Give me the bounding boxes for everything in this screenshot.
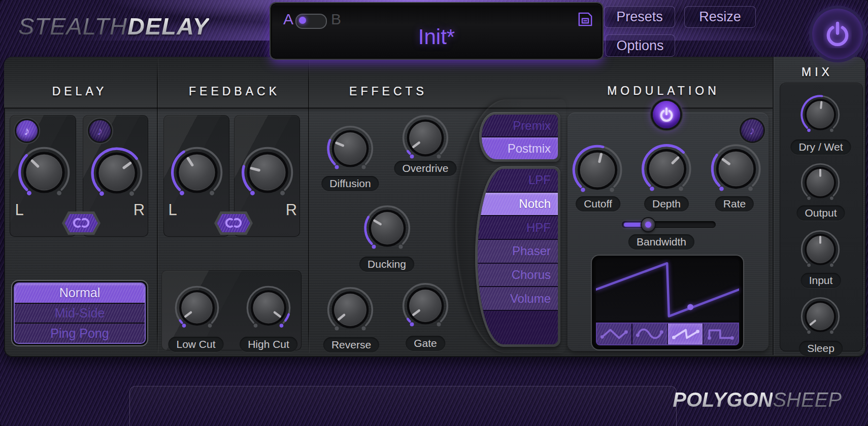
high-cut-knob[interactable]: [243, 282, 294, 333]
preset-slot-b-label[interactable]: B: [331, 11, 341, 28]
dry-wet-label: Dry / Wet: [790, 139, 851, 155]
feedback-section-title: FEEDBACK: [189, 85, 280, 98]
preset-slot-a-label[interactable]: A: [283, 11, 293, 28]
input-knob[interactable]: [798, 227, 843, 272]
sleep-knob[interactable]: [798, 294, 843, 339]
floppy-disk-icon: [577, 11, 594, 28]
effects-section-title: EFFECTS: [349, 85, 427, 98]
eighth-note-icon: ♪: [24, 124, 30, 138]
footer-panel: [129, 386, 677, 426]
dry-wet-knob[interactable]: [798, 92, 843, 137]
link-icon: [64, 214, 97, 233]
ducking-knob[interactable]: [361, 202, 414, 255]
lfo-shape-selector: [596, 323, 739, 345]
cutoff-knob[interactable]: [569, 141, 626, 198]
lfo-shape-triangle[interactable]: [597, 324, 631, 344]
reverse-label: Reverse: [323, 337, 379, 352]
ab-compare-toggle[interactable]: [295, 14, 327, 29]
lfo-shape-sawtooth[interactable]: [668, 324, 703, 344]
delay-left-knob[interactable]: [15, 143, 74, 202]
power-icon: [658, 106, 675, 123]
options-button[interactable]: Options: [605, 34, 675, 57]
section-header-strip: [4, 57, 773, 109]
delay-right-channel-label: R: [133, 201, 145, 219]
feedback-left-knob[interactable]: [168, 143, 226, 202]
sleep-label: Sleep: [799, 341, 843, 356]
output-label: Output: [796, 205, 845, 221]
triangle-wave-icon: [599, 325, 629, 343]
rate-label: Rate: [715, 196, 754, 211]
filter-type-selector: LPF Notch HPF Phaser Chorus Volume: [475, 166, 560, 347]
mix-stage-premix[interactable]: Premix: [482, 115, 558, 136]
preset-display: A B Init*: [271, 3, 603, 59]
cutoff-label: Cutoff: [576, 196, 620, 211]
lfo-waveform-display: [596, 260, 739, 321]
preset-name[interactable]: Init*: [418, 25, 455, 49]
resize-button[interactable]: Resize: [684, 6, 756, 28]
filter-type-hpf[interactable]: HPF: [478, 216, 558, 239]
output-knob[interactable]: [798, 160, 843, 205]
high-cut-label: High Cut: [240, 337, 297, 352]
main-power-button[interactable]: [812, 9, 863, 59]
delay-left-channel-label: L: [15, 201, 23, 219]
diffusion-knob[interactable]: [324, 122, 377, 175]
mix-stage-postmix[interactable]: Postmix: [482, 137, 558, 159]
sine-wave-icon: [635, 325, 664, 343]
bandwidth-slider[interactable]: [622, 221, 716, 228]
brand-sheep: SHEEP: [773, 388, 842, 411]
gate-knob[interactable]: [399, 279, 452, 332]
filter-type-chorus[interactable]: Chorus: [478, 264, 558, 287]
square-wave-icon: [706, 325, 736, 343]
delay-mode-ping-pong[interactable]: Ping Pong: [15, 324, 145, 343]
feedback-link-button[interactable]: [214, 211, 253, 235]
delay-mode-list-inner: Normal Mid-Side Ping Pong: [14, 282, 146, 344]
input-label: Input: [801, 273, 841, 288]
delay-left-sync-button[interactable]: ♪: [16, 120, 38, 141]
lfo-shape-sine[interactable]: [632, 324, 667, 344]
feedback-right-channel-label: R: [286, 201, 297, 219]
delay-mode-mid-side[interactable]: Mid-Side: [15, 304, 145, 323]
depth-label: Depth: [644, 196, 689, 211]
bandwidth-label: Bandwidth: [628, 234, 694, 250]
depth-knob[interactable]: [638, 140, 695, 197]
diffusion-label: Diffusion: [321, 176, 379, 191]
sawtooth-wave-icon: [671, 325, 700, 343]
plugin-window: STEALTHDELAY A B Init* Presets Resize Op…: [0, 0, 868, 426]
rate-knob[interactable]: [708, 140, 764, 197]
reverse-knob[interactable]: [324, 283, 377, 336]
modulation-power-button[interactable]: [653, 101, 680, 128]
delay-right-knob[interactable]: [87, 144, 146, 202]
delay-section-title: DELAY: [52, 85, 108, 98]
link-icon: [217, 214, 250, 233]
save-preset-button[interactable]: [577, 11, 594, 28]
modulation-sync-button[interactable]: ♪: [741, 119, 763, 141]
ab-toggle-dot: [299, 17, 306, 24]
modulation-section-title: MODULATION: [607, 84, 720, 98]
divider-delay-feedback: [157, 59, 158, 353]
feedback-right-knob[interactable]: [238, 143, 297, 202]
ducking-label: Ducking: [359, 257, 414, 272]
logo-delay: DELAY: [127, 13, 209, 40]
mix-stage-list: Premix Postmix: [482, 115, 558, 159]
mix-section-title: MIX: [802, 65, 833, 79]
low-cut-knob[interactable]: [172, 282, 222, 333]
presets-button[interactable]: Presets: [604, 6, 675, 28]
lfo-shape-square[interactable]: [704, 324, 738, 344]
filter-type-notch[interactable]: Notch: [478, 193, 558, 216]
divider-feedback-effects: [308, 59, 309, 353]
gate-label: Gate: [406, 336, 445, 351]
overdrive-knob[interactable]: [399, 112, 452, 164]
eighth-note-icon: ♪: [749, 124, 755, 137]
delay-mode-normal[interactable]: Normal: [15, 283, 145, 303]
lfo-display-box: [593, 257, 742, 348]
delay-link-button[interactable]: [62, 211, 101, 235]
filter-type-volume[interactable]: Volume: [478, 287, 558, 310]
delay-right-sync-button[interactable]: ♪: [89, 120, 111, 141]
logo-stealth: STEALTH: [18, 13, 127, 40]
feedback-left-channel-label: L: [168, 201, 177, 219]
filter-type-phaser[interactable]: Phaser: [478, 240, 558, 263]
low-cut-label: Low Cut: [168, 337, 223, 352]
power-icon: [823, 20, 852, 48]
app-logo: STEALTHDELAY: [18, 12, 209, 40]
eighth-note-icon: ♪: [97, 124, 103, 138]
